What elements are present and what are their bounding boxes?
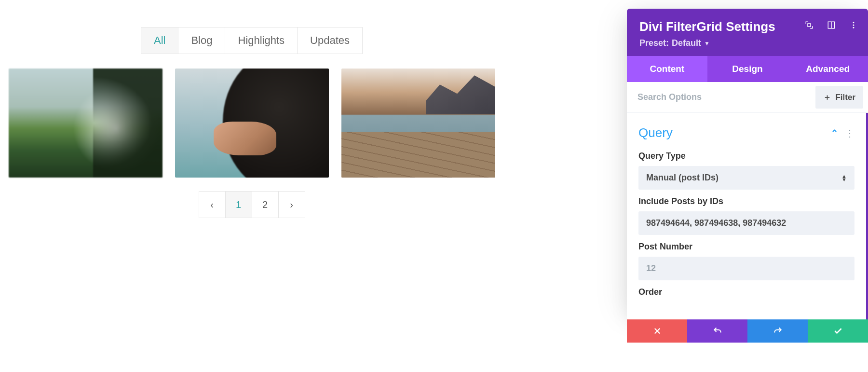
undo-button[interactable] xyxy=(687,319,747,343)
field-order: Order xyxy=(627,280,866,297)
pagination: ‹ 1 2 › xyxy=(9,191,495,218)
results-grid xyxy=(9,69,495,178)
field-label: Order xyxy=(638,287,854,297)
expand-icon[interactable] xyxy=(804,20,814,30)
page-prev-button[interactable]: ‹ xyxy=(199,191,226,218)
panel-body: Query ⌃ ⋮ Query Type Manual (post IDs) ▲… xyxy=(627,113,868,320)
field-post-number: Post Number 12 xyxy=(627,235,866,280)
chevron-up-icon[interactable]: ⌃ xyxy=(831,128,838,138)
search-row: ＋ Filter xyxy=(627,82,868,113)
tab-design[interactable]: Design xyxy=(707,56,788,82)
filter-tab-all[interactable]: All xyxy=(141,27,178,54)
section-header-query[interactable]: Query ⌃ ⋮ xyxy=(627,117,866,144)
search-input[interactable] xyxy=(627,83,815,111)
filter-tabs: All Blog Highlights Updates xyxy=(9,27,495,54)
field-include-ids: Include Posts by IDs 987494644, 98749463… xyxy=(627,190,866,235)
close-icon xyxy=(653,327,662,335)
svg-point-5 xyxy=(853,27,854,28)
settings-tabs: Content Design Advanced xyxy=(627,56,868,82)
filter-tab-highlights[interactable]: Highlights xyxy=(225,27,298,54)
filter-button[interactable]: ＋ Filter xyxy=(815,86,863,109)
include-ids-input[interactable]: 987494644, 987494638, 987494632 xyxy=(638,211,854,235)
layout-toggle-icon[interactable] xyxy=(827,20,836,30)
settings-panel: Divi FilterGrid Settings Preset: Default… xyxy=(627,9,868,320)
field-query-type: Query Type Manual (post IDs) ▲▼ xyxy=(627,144,866,190)
plus-icon: ＋ xyxy=(823,92,831,103)
section-title: Query xyxy=(638,125,831,140)
check-icon xyxy=(833,326,843,336)
filter-tab-updates[interactable]: Updates xyxy=(297,27,363,54)
filter-tab-blog[interactable]: Blog xyxy=(178,27,225,54)
page-number[interactable]: 1 xyxy=(225,191,252,218)
sort-arrows-icon: ▲▼ xyxy=(841,175,847,181)
post-number-input[interactable]: 12 xyxy=(638,257,854,280)
caret-down-icon: ▼ xyxy=(704,40,710,47)
input-placeholder: 12 xyxy=(646,263,656,274)
cancel-button[interactable] xyxy=(627,319,687,343)
select-value: Manual (post IDs) xyxy=(646,173,719,183)
input-value: 987494644, 987494638, 987494632 xyxy=(646,218,786,228)
field-label: Query Type xyxy=(638,151,854,161)
preset-label: Preset: xyxy=(639,38,669,48)
page-number[interactable]: 2 xyxy=(252,191,279,218)
query-type-select[interactable]: Manual (post IDs) ▲▼ xyxy=(638,166,854,190)
kebab-menu-icon[interactable] xyxy=(849,20,858,30)
redo-icon xyxy=(773,326,783,336)
tab-content[interactable]: Content xyxy=(627,56,707,82)
chevron-left-icon: ‹ xyxy=(210,199,214,210)
preset-value: Default xyxy=(672,38,701,48)
field-label: Include Posts by IDs xyxy=(638,196,854,207)
svg-point-3 xyxy=(853,22,854,23)
field-label: Post Number xyxy=(638,242,854,252)
svg-rect-0 xyxy=(808,24,811,27)
save-button[interactable] xyxy=(808,319,868,343)
page-next-button[interactable]: › xyxy=(278,191,305,218)
panel-footer xyxy=(627,319,868,343)
svg-point-4 xyxy=(853,25,854,26)
chevron-right-icon: › xyxy=(290,199,293,210)
result-thumbnail[interactable] xyxy=(175,69,329,178)
undo-icon xyxy=(713,326,722,336)
filter-button-label: Filter xyxy=(835,93,855,102)
panel-header: Divi FilterGrid Settings Preset: Default… xyxy=(627,9,868,56)
tab-advanced[interactable]: Advanced xyxy=(787,56,868,82)
redo-button[interactable] xyxy=(747,319,808,343)
result-thumbnail[interactable] xyxy=(9,69,163,178)
kebab-menu-icon[interactable]: ⋮ xyxy=(845,127,854,139)
result-thumbnail[interactable] xyxy=(341,69,495,178)
preset-selector[interactable]: Preset: Default ▼ xyxy=(639,38,710,48)
preview-area: All Blog Highlights Updates ‹ 1 2 › xyxy=(0,0,504,372)
